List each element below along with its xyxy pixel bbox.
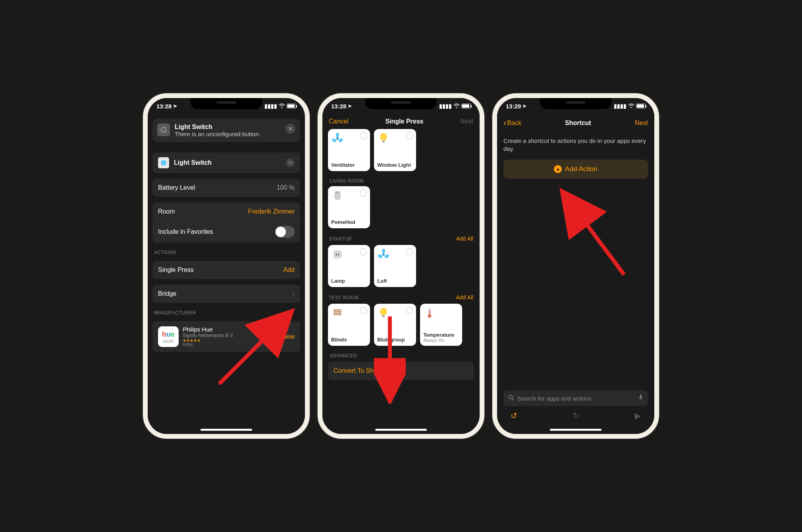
close-button[interactable]: ✕ bbox=[285, 123, 295, 134]
accessory-tile-lamp[interactable]: Lamp bbox=[328, 245, 370, 287]
home-indicator[interactable] bbox=[200, 429, 252, 431]
convert-to-shortcut-button[interactable]: Convert To Shortcut bbox=[328, 362, 474, 380]
manufacturer-price: FREE bbox=[183, 343, 277, 347]
svg-point-27 bbox=[509, 395, 513, 399]
plug-icon bbox=[331, 248, 344, 261]
manufacturer-row[interactable]: hue PHILIPS Philips Hue Signify Netherla… bbox=[152, 321, 300, 352]
bulb-icon bbox=[377, 307, 390, 320]
wifi-icon bbox=[628, 103, 634, 109]
search-placeholder: Search for apps and actions bbox=[517, 395, 635, 402]
tile-label: Window Light bbox=[377, 162, 413, 168]
undo-button[interactable]: ↺ bbox=[511, 411, 517, 420]
radio-icon[interactable] bbox=[406, 132, 413, 139]
battery-label: Battery Level bbox=[158, 184, 195, 191]
search-input[interactable]: Search for apps and actions bbox=[503, 390, 648, 406]
accessory-tile-blinds[interactable]: Blinds bbox=[328, 304, 370, 346]
notch bbox=[365, 98, 437, 109]
favorites-toggle[interactable] bbox=[275, 226, 295, 238]
banner-subtitle: There is an unconfigured button. bbox=[175, 131, 280, 137]
favorites-row[interactable]: Include in Favorites bbox=[152, 221, 300, 243]
clear-icon[interactable]: ✕ bbox=[286, 158, 295, 167]
add-all-button[interactable]: Add All bbox=[456, 294, 473, 301]
accessory-name-row[interactable]: Light Switch ✕ bbox=[152, 152, 300, 173]
test-room-header: TEST ROOM bbox=[329, 295, 359, 301]
add-all-button[interactable]: Add All bbox=[456, 235, 473, 242]
accessory-tile-temperature[interactable]: Temperature Always On bbox=[420, 304, 462, 346]
next-button[interactable]: Next bbox=[460, 118, 473, 125]
battery-row: Battery Level 100 % bbox=[152, 179, 300, 197]
svg-rect-9 bbox=[334, 251, 341, 258]
svg-rect-21 bbox=[382, 315, 385, 317]
home-indicator[interactable] bbox=[550, 429, 602, 431]
radio-icon[interactable] bbox=[406, 248, 413, 255]
accessory-tile-window-light[interactable]: Window Light bbox=[374, 129, 416, 171]
battery-icon bbox=[287, 104, 296, 108]
view-button[interactable]: View bbox=[281, 333, 295, 340]
single-press-row[interactable]: Single Press Add bbox=[152, 261, 300, 279]
tile-label: Ventilator bbox=[331, 162, 367, 168]
play-button[interactable]: ▶ bbox=[635, 411, 641, 420]
banner-title: Light Switch bbox=[175, 123, 280, 131]
clock: 13:28 bbox=[156, 103, 172, 110]
back-label: Back bbox=[507, 120, 521, 127]
radio-icon[interactable] bbox=[406, 307, 413, 314]
favorites-label: Include in Favorites bbox=[158, 228, 213, 235]
tile-label: Blub group bbox=[377, 337, 413, 343]
accessory-tile-ventilator[interactable]: Ventilator bbox=[328, 129, 370, 171]
svg-rect-11 bbox=[338, 253, 339, 256]
notch bbox=[540, 98, 611, 109]
signal-icon: ▮▮▮▮ bbox=[264, 103, 277, 109]
search-icon bbox=[508, 395, 514, 402]
next-button[interactable]: Next bbox=[635, 120, 648, 127]
add-action-button[interactable]: + Add Action bbox=[503, 160, 648, 179]
phone-left: 13:28 ➤ ▮▮▮▮ Light Switch There is an un… bbox=[143, 93, 310, 439]
cancel-button[interactable]: Cancel bbox=[329, 118, 349, 125]
svg-rect-25 bbox=[429, 310, 430, 316]
svg-point-5 bbox=[380, 133, 387, 141]
accessory-tile-luft[interactable]: Luft bbox=[374, 245, 416, 287]
nav-title: Single Press bbox=[385, 118, 423, 125]
signal-icon: ▮▮▮▮ bbox=[614, 103, 627, 109]
accessory-tile-blub-group[interactable]: Blub group bbox=[374, 304, 416, 346]
svg-rect-16 bbox=[334, 309, 341, 310]
room-value: Frederik Zimmer bbox=[248, 208, 295, 215]
radio-icon[interactable] bbox=[360, 132, 367, 139]
tile-label: Blinds bbox=[331, 337, 367, 343]
svg-point-14 bbox=[378, 254, 383, 259]
accessory-name: Light Switch bbox=[174, 159, 212, 166]
single-press-add[interactable]: Add bbox=[283, 266, 295, 274]
tile-sublabel: Always On bbox=[423, 338, 459, 343]
manufacturer-name: Philips Hue bbox=[183, 326, 277, 333]
mic-icon[interactable] bbox=[638, 394, 643, 402]
add-action-label: Add Action bbox=[565, 165, 597, 173]
home-indicator[interactable] bbox=[375, 429, 427, 431]
battery-icon bbox=[461, 104, 471, 108]
svg-point-4 bbox=[338, 138, 343, 143]
nav-bar: ‹ Back Shortcut Next bbox=[497, 114, 654, 132]
plus-icon: + bbox=[554, 165, 562, 173]
blinds-icon bbox=[331, 307, 344, 320]
radio-icon[interactable] bbox=[360, 248, 367, 255]
room-label: Room bbox=[158, 208, 175, 215]
room-row[interactable]: Room Frederik Zimmer bbox=[152, 202, 300, 221]
warning-banner: Light Switch There is an unconfigured bu… bbox=[152, 119, 300, 142]
bridge-row[interactable]: Bridge › bbox=[152, 285, 300, 303]
manufacturer-company: Signify Netherlands B.V. bbox=[183, 333, 277, 338]
advanced-header: ADVANCED bbox=[330, 353, 472, 359]
svg-rect-19 bbox=[334, 314, 341, 315]
homepod-icon bbox=[331, 189, 344, 202]
redo-button[interactable]: ↻ bbox=[573, 411, 580, 420]
radio-icon[interactable] bbox=[360, 307, 367, 314]
location-icon: ➤ bbox=[522, 103, 526, 109]
light-switch-icon bbox=[158, 157, 169, 168]
back-button[interactable]: ‹ Back bbox=[503, 118, 521, 128]
wifi-icon bbox=[453, 103, 460, 109]
chevron-right-icon: › bbox=[292, 290, 295, 298]
tile-label: Luft bbox=[377, 278, 413, 284]
svg-rect-6 bbox=[382, 141, 385, 143]
switch-icon bbox=[157, 123, 170, 136]
signal-icon: ▮▮▮▮ bbox=[439, 103, 452, 109]
radio-icon[interactable] bbox=[360, 189, 367, 197]
accessory-tile-pomehod[interactable]: PomeHod bbox=[328, 186, 370, 228]
living-room-header: LIVING ROOM bbox=[330, 178, 472, 184]
